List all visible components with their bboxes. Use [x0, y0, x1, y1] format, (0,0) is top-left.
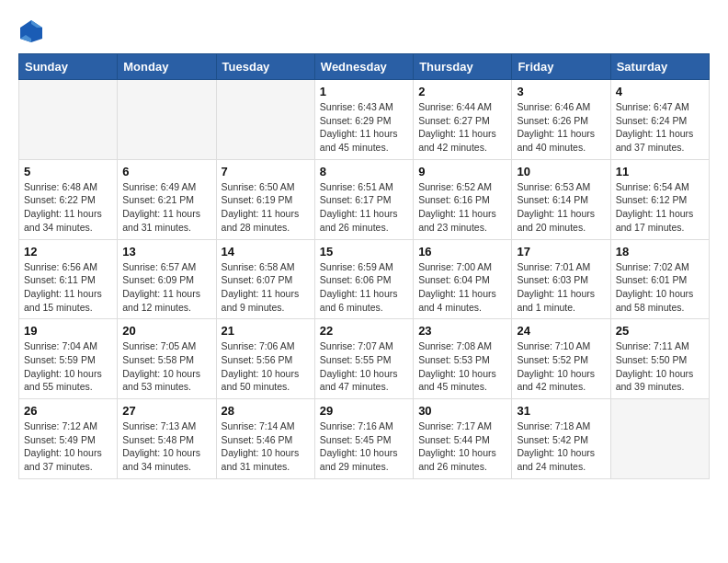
day-number: 27: [122, 404, 210, 418]
calendar-cell: 16Sunrise: 7:00 AM Sunset: 6:04 PM Dayli…: [414, 239, 512, 319]
day-number: 4: [616, 85, 704, 98]
day-header-monday: Monday: [118, 54, 216, 80]
day-number: 2: [418, 85, 506, 98]
calendar-cell: 12Sunrise: 6:56 AM Sunset: 6:11 PM Dayli…: [19, 239, 118, 319]
day-info: Sunrise: 6:52 AM Sunset: 6:16 PM Dayligh…: [418, 180, 506, 235]
calendar-cell: 18Sunrise: 7:02 AM Sunset: 6:01 PM Dayli…: [610, 239, 709, 319]
day-info: Sunrise: 6:58 AM Sunset: 6:07 PM Dayligh…: [222, 260, 310, 315]
day-number: 12: [24, 245, 112, 259]
day-info: Sunrise: 6:56 AM Sunset: 6:11 PM Dayligh…: [24, 260, 112, 315]
day-info: Sunrise: 7:14 AM Sunset: 5:46 PM Dayligh…: [222, 419, 310, 474]
day-header-tuesday: Tuesday: [216, 54, 314, 80]
day-info: Sunrise: 6:59 AM Sunset: 6:06 PM Dayligh…: [320, 260, 408, 315]
day-info: Sunrise: 7:07 AM Sunset: 5:55 PM Dayligh…: [320, 339, 408, 394]
day-number: 30: [418, 404, 506, 418]
day-number: 6: [122, 165, 210, 178]
day-number: 21: [222, 324, 310, 338]
calendar-cell: 2Sunrise: 6:44 AM Sunset: 6:27 PM Daylig…: [414, 80, 512, 160]
day-info: Sunrise: 7:04 AM Sunset: 5:59 PM Dayligh…: [24, 339, 112, 394]
day-number: 13: [122, 245, 210, 259]
day-number: 16: [418, 245, 506, 259]
week-row-2: 5Sunrise: 6:48 AM Sunset: 6:22 PM Daylig…: [19, 159, 710, 239]
day-info: Sunrise: 6:47 AM Sunset: 6:24 PM Dayligh…: [616, 100, 704, 155]
week-row-1: 1Sunrise: 6:43 AM Sunset: 6:29 PM Daylig…: [19, 80, 710, 160]
day-info: Sunrise: 6:46 AM Sunset: 6:26 PM Dayligh…: [517, 100, 605, 155]
logo-icon: [18, 18, 44, 44]
calendar-cell: 20Sunrise: 7:05 AM Sunset: 5:58 PM Dayli…: [118, 319, 216, 399]
day-number: 18: [616, 245, 704, 259]
day-header-thursday: Thursday: [414, 54, 512, 80]
calendar-cell: 10Sunrise: 6:53 AM Sunset: 6:14 PM Dayli…: [512, 159, 610, 239]
calendar-cell: 25Sunrise: 7:11 AM Sunset: 5:50 PM Dayli…: [610, 319, 709, 399]
day-info: Sunrise: 6:54 AM Sunset: 6:12 PM Dayligh…: [616, 180, 704, 235]
calendar-cell: 19Sunrise: 7:04 AM Sunset: 5:59 PM Dayli…: [19, 319, 118, 399]
day-number: 17: [517, 245, 605, 259]
calendar-cell: 4Sunrise: 6:47 AM Sunset: 6:24 PM Daylig…: [610, 80, 709, 160]
calendar-cell: 14Sunrise: 6:58 AM Sunset: 6:07 PM Dayli…: [216, 239, 314, 319]
calendar: SundayMondayTuesdayWednesdayThursdayFrid…: [18, 53, 710, 479]
day-info: Sunrise: 7:01 AM Sunset: 6:03 PM Dayligh…: [517, 260, 605, 315]
day-info: Sunrise: 6:50 AM Sunset: 6:19 PM Dayligh…: [222, 180, 310, 235]
calendar-cell: 23Sunrise: 7:08 AM Sunset: 5:53 PM Dayli…: [414, 319, 512, 399]
header: [18, 18, 710, 44]
calendar-cell: 28Sunrise: 7:14 AM Sunset: 5:46 PM Dayli…: [216, 399, 314, 479]
day-number: 22: [320, 324, 408, 338]
day-info: Sunrise: 7:18 AM Sunset: 5:42 PM Dayligh…: [517, 419, 605, 474]
day-info: Sunrise: 6:57 AM Sunset: 6:09 PM Dayligh…: [122, 260, 210, 315]
calendar-cell: 21Sunrise: 7:06 AM Sunset: 5:56 PM Dayli…: [216, 319, 314, 399]
week-row-5: 26Sunrise: 7:12 AM Sunset: 5:49 PM Dayli…: [19, 399, 710, 479]
week-row-4: 19Sunrise: 7:04 AM Sunset: 5:59 PM Dayli…: [19, 319, 710, 399]
calendar-cell: 17Sunrise: 7:01 AM Sunset: 6:03 PM Dayli…: [512, 239, 610, 319]
calendar-cell: 8Sunrise: 6:51 AM Sunset: 6:17 PM Daylig…: [314, 159, 413, 239]
calendar-cell: 3Sunrise: 6:46 AM Sunset: 6:26 PM Daylig…: [512, 80, 610, 160]
day-number: 24: [517, 324, 605, 338]
calendar-cell: 29Sunrise: 7:16 AM Sunset: 5:45 PM Dayli…: [314, 399, 413, 479]
day-number: 11: [616, 165, 704, 178]
day-info: Sunrise: 6:51 AM Sunset: 6:17 PM Dayligh…: [320, 180, 408, 235]
day-number: 28: [222, 404, 310, 418]
calendar-cell: 5Sunrise: 6:48 AM Sunset: 6:22 PM Daylig…: [19, 159, 118, 239]
day-info: Sunrise: 7:17 AM Sunset: 5:44 PM Dayligh…: [418, 419, 506, 474]
day-info: Sunrise: 7:10 AM Sunset: 5:52 PM Dayligh…: [517, 339, 605, 394]
day-info: Sunrise: 7:08 AM Sunset: 5:53 PM Dayligh…: [418, 339, 506, 394]
calendar-cell: 24Sunrise: 7:10 AM Sunset: 5:52 PM Dayli…: [512, 319, 610, 399]
day-number: 23: [418, 324, 506, 338]
day-number: 20: [122, 324, 210, 338]
day-info: Sunrise: 7:12 AM Sunset: 5:49 PM Dayligh…: [24, 419, 112, 474]
day-number: 3: [517, 85, 605, 98]
calendar-cell: 9Sunrise: 6:52 AM Sunset: 6:16 PM Daylig…: [414, 159, 512, 239]
day-number: 5: [24, 165, 112, 178]
calendar-cell: [118, 80, 216, 160]
day-info: Sunrise: 6:44 AM Sunset: 6:27 PM Dayligh…: [418, 100, 506, 155]
day-header-friday: Friday: [512, 54, 610, 80]
day-number: 29: [320, 404, 408, 418]
calendar-cell: 13Sunrise: 6:57 AM Sunset: 6:09 PM Dayli…: [118, 239, 216, 319]
calendar-cell: 7Sunrise: 6:50 AM Sunset: 6:19 PM Daylig…: [216, 159, 314, 239]
calendar-cell: 30Sunrise: 7:17 AM Sunset: 5:44 PM Dayli…: [414, 399, 512, 479]
calendar-cell: 26Sunrise: 7:12 AM Sunset: 5:49 PM Dayli…: [19, 399, 118, 479]
calendar-cell: 15Sunrise: 6:59 AM Sunset: 6:06 PM Dayli…: [314, 239, 413, 319]
day-number: 1: [320, 85, 408, 98]
day-info: Sunrise: 7:16 AM Sunset: 5:45 PM Dayligh…: [320, 419, 408, 474]
day-info: Sunrise: 7:11 AM Sunset: 5:50 PM Dayligh…: [616, 339, 704, 394]
calendar-cell: 22Sunrise: 7:07 AM Sunset: 5:55 PM Dayli…: [314, 319, 413, 399]
day-number: 31: [517, 404, 605, 418]
day-number: 9: [418, 165, 506, 178]
page: SundayMondayTuesdayWednesdayThursdayFrid…: [0, 0, 728, 488]
logo: [18, 18, 48, 44]
header-row: SundayMondayTuesdayWednesdayThursdayFrid…: [19, 54, 710, 80]
day-info: Sunrise: 7:13 AM Sunset: 5:48 PM Dayligh…: [122, 419, 210, 474]
calendar-cell: [216, 80, 314, 160]
day-info: Sunrise: 6:43 AM Sunset: 6:29 PM Dayligh…: [320, 100, 408, 155]
day-header-wednesday: Wednesday: [314, 54, 413, 80]
day-number: 25: [616, 324, 704, 338]
day-number: 14: [222, 245, 310, 259]
calendar-cell: 31Sunrise: 7:18 AM Sunset: 5:42 PM Dayli…: [512, 399, 610, 479]
calendar-cell: 11Sunrise: 6:54 AM Sunset: 6:12 PM Dayli…: [610, 159, 709, 239]
day-header-saturday: Saturday: [610, 54, 709, 80]
day-number: 19: [24, 324, 112, 338]
day-header-sunday: Sunday: [19, 54, 118, 80]
day-info: Sunrise: 7:00 AM Sunset: 6:04 PM Dayligh…: [418, 260, 506, 315]
week-row-3: 12Sunrise: 6:56 AM Sunset: 6:11 PM Dayli…: [19, 239, 710, 319]
day-info: Sunrise: 6:49 AM Sunset: 6:21 PM Dayligh…: [122, 180, 210, 235]
